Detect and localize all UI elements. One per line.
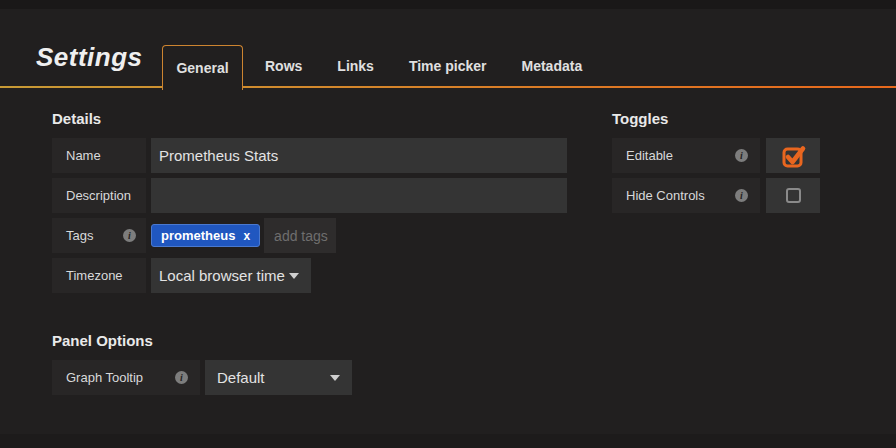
panel-options-form: Graph Tooltip Default bbox=[52, 360, 352, 400]
unchecked-checkbox-icon bbox=[786, 188, 801, 203]
tab-metadata[interactable]: Metadata bbox=[521, 45, 582, 88]
top-edge-strip bbox=[0, 0, 896, 9]
chevron-down-icon bbox=[289, 273, 299, 279]
timezone-value: Local browser time bbox=[159, 267, 285, 284]
settings-page: Settings General Rows Links Time picker … bbox=[0, 0, 896, 448]
hide-controls-label: Hide Controls bbox=[626, 188, 705, 203]
add-tags-field-wrap bbox=[264, 218, 336, 253]
hide-controls-label-cell: Hide Controls bbox=[612, 178, 760, 213]
timezone-label: Timezone bbox=[52, 258, 146, 293]
tags-label: Tags bbox=[66, 228, 93, 243]
timezone-dropdown[interactable]: Local browser time bbox=[151, 258, 311, 293]
panel-options-heading: Panel Options bbox=[52, 332, 153, 349]
hide-controls-checkbox[interactable] bbox=[766, 178, 820, 213]
name-row: Name bbox=[52, 138, 567, 173]
description-label: Description bbox=[52, 178, 146, 213]
tab-time-picker[interactable]: Time picker bbox=[409, 45, 487, 88]
description-input[interactable] bbox=[151, 178, 567, 213]
editable-checkbox[interactable] bbox=[766, 138, 820, 173]
chevron-down-icon bbox=[330, 375, 340, 381]
name-input[interactable] bbox=[151, 138, 567, 173]
name-label: Name bbox=[52, 138, 146, 173]
description-field-wrap bbox=[151, 178, 567, 213]
tab-rows[interactable]: Rows bbox=[265, 45, 302, 88]
tags-row: Tags prometheus x bbox=[52, 218, 567, 253]
hide-controls-row: Hide Controls bbox=[612, 178, 820, 213]
settings-tabs: General Rows Links Time picker Metadata bbox=[162, 45, 617, 88]
details-heading: Details bbox=[52, 110, 101, 127]
checked-checkbox-icon bbox=[781, 144, 805, 168]
tags-area: prometheus x bbox=[151, 218, 336, 253]
remove-tag-icon[interactable]: x bbox=[243, 229, 250, 243]
tab-general[interactable]: General bbox=[162, 45, 243, 90]
info-icon bbox=[123, 229, 136, 242]
tag-label: prometheus bbox=[161, 228, 235, 243]
bottom-edge-strip bbox=[0, 434, 896, 448]
graph-tooltip-value: Default bbox=[217, 369, 265, 386]
editable-row: Editable bbox=[612, 138, 820, 173]
details-form: Name Description Tags prometheus x bbox=[52, 138, 567, 298]
add-tags-input[interactable] bbox=[264, 218, 336, 253]
page-title: Settings bbox=[36, 42, 143, 73]
info-icon bbox=[735, 149, 748, 162]
editable-label-cell: Editable bbox=[612, 138, 760, 173]
graph-tooltip-label-cell: Graph Tooltip bbox=[52, 360, 200, 395]
tags-label-cell: Tags bbox=[52, 218, 146, 253]
info-icon bbox=[175, 371, 188, 384]
tag-prometheus[interactable]: prometheus x bbox=[151, 224, 260, 247]
timezone-row: Timezone Local browser time bbox=[52, 258, 567, 293]
toggles-heading: Toggles bbox=[612, 110, 668, 127]
graph-tooltip-row: Graph Tooltip Default bbox=[52, 360, 352, 395]
graph-tooltip-dropdown[interactable]: Default bbox=[205, 360, 352, 395]
editable-label: Editable bbox=[626, 148, 673, 163]
name-field-wrap bbox=[151, 138, 567, 173]
tab-links[interactable]: Links bbox=[337, 45, 374, 88]
toggles-form: Editable Hide Controls bbox=[612, 138, 820, 218]
graph-tooltip-label: Graph Tooltip bbox=[66, 370, 143, 385]
description-row: Description bbox=[52, 178, 567, 213]
info-icon bbox=[735, 189, 748, 202]
